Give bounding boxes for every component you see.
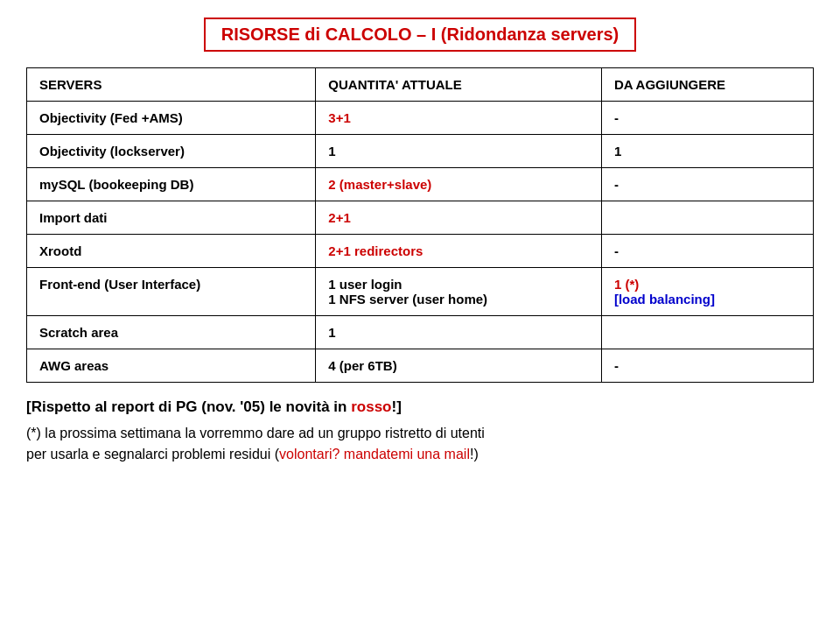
quantita-text: 3+1	[328, 110, 350, 125]
quantita-text: 2+1	[328, 210, 350, 225]
footer-line2: (*) la prossima settimana la vorremmo da…	[26, 423, 814, 465]
da-aggiungere-value	[601, 201, 813, 235]
footer-rosso: rosso	[351, 398, 391, 415]
da-aggiungere-value: -	[601, 349, 813, 383]
da-aggiungere-value: -	[601, 102, 813, 135]
quantita-line1: 1 user login	[328, 277, 402, 292]
col-header-quantita: QUANTITA' ATTUALE	[316, 68, 602, 102]
footer-line3: per usarla e segnalarci problemi residui…	[26, 447, 279, 461]
footer-asterisk: (*) la prossima settimana la vorremmo da…	[26, 426, 485, 440]
quantita-text: 2 (master+slave)	[328, 177, 431, 192]
footer-line3-end: !)	[470, 447, 479, 461]
server-name: Scratch area	[27, 316, 316, 349]
da-line2: [load balancing]	[614, 292, 715, 306]
footer-suffix: !]	[391, 398, 401, 415]
footer-year: '05) le novità in	[240, 398, 351, 415]
col-header-da-aggiungere: DA AGGIUNGERE	[601, 68, 813, 102]
server-name: Import dati	[27, 201, 316, 235]
table-row: Xrootd 2+1 redirectors -	[27, 235, 814, 268]
footer-link-volontari[interactable]: volontari?	[279, 447, 340, 461]
footer-link-mail[interactable]: mandatemi una mail	[344, 447, 470, 461]
server-name: Objectivity (lockserver)	[27, 135, 316, 168]
da-aggiungere-value: -	[601, 235, 813, 268]
table-row: mySQL (bookeeping DB) 2 (master+slave) -	[27, 168, 814, 201]
da-aggiungere-value: 1 (*) [load balancing]	[601, 268, 813, 316]
server-name: Objectivity (Fed +AMS)	[27, 102, 316, 135]
table-row: Front-end (User Interface) 1 user login …	[27, 268, 814, 316]
da-line1: 1 (*)	[614, 277, 639, 292]
resources-table: SERVERS QUANTITA' ATTUALE DA AGGIUNGERE …	[26, 67, 814, 383]
page-title: RISORSE di CALCOLO – I (Ridondanza serve…	[204, 18, 637, 52]
table-row: Scratch area 1	[27, 316, 814, 349]
quantita-text: 2+1 redirectors	[328, 243, 423, 258]
server-name: mySQL (bookeeping DB)	[27, 168, 316, 201]
server-name: AWG areas	[27, 349, 316, 383]
da-aggiungere-value: 1	[601, 135, 813, 168]
quantita-value: 3+1	[316, 102, 602, 135]
quantita-value: 1	[316, 316, 602, 349]
server-name: Front-end (User Interface)	[27, 268, 316, 316]
footer-prefix: [Rispetto al report di PG (nov.	[26, 398, 240, 415]
quantita-value: 2 (master+slave)	[316, 168, 602, 201]
table-row: Import dati 2+1	[27, 201, 814, 235]
server-name: Xrootd	[27, 235, 316, 268]
quantita-value: 2+1 redirectors	[316, 235, 602, 268]
da-aggiungere-value	[601, 316, 813, 349]
quantita-line2: 1 NFS server (user home)	[328, 292, 487, 306]
da-aggiungere-value: -	[601, 168, 813, 201]
table-row: Objectivity (Fed +AMS) 3+1 -	[27, 102, 814, 135]
table-row: AWG areas 4 (per 6TB) -	[27, 349, 814, 383]
quantita-value: 2+1	[316, 201, 602, 235]
col-header-servers: SERVERS	[27, 68, 316, 102]
quantita-value: 4 (per 6TB)	[316, 349, 602, 383]
quantita-value: 1	[316, 135, 602, 168]
table-row: Objectivity (lockserver) 1 1	[27, 135, 814, 168]
footer-line1: [Rispetto al report di PG (nov. '05) le …	[26, 398, 814, 416]
quantita-value: 1 user login 1 NFS server (user home)	[316, 268, 602, 316]
